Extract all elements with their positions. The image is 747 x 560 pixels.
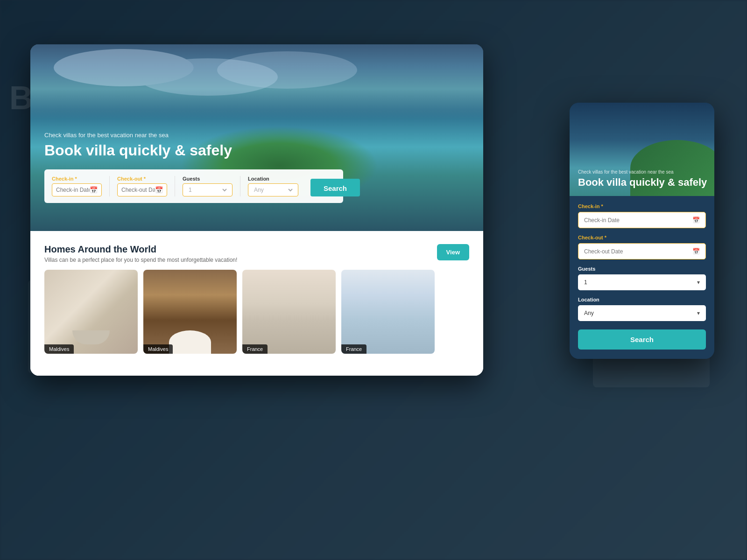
property-card[interactable]: France <box>341 270 435 354</box>
section-subtitle: Villas can be a perfect place for you to… <box>44 257 237 263</box>
mobile-checkin-input[interactable] <box>584 217 692 224</box>
property-card[interactable]: Maldives <box>143 270 237 354</box>
hero-content: Check villas for the best vacation near … <box>44 132 343 203</box>
section-title: Homes Around the World <box>44 244 237 255</box>
mobile-tagline: Check villas for the best vacation near … <box>578 169 707 175</box>
guests-select[interactable]: 1 2 3 4+ <box>187 186 228 194</box>
mobile-checkout-input[interactable] <box>584 248 692 255</box>
guests-field: Guests 1 2 3 4+ <box>175 176 240 196</box>
property-image-outdoor <box>143 270 237 354</box>
checkin-field: Check-in * 📅 <box>44 176 110 196</box>
property-location-label: France <box>242 344 268 354</box>
chevron-down-icon: ▾ <box>697 279 700 286</box>
property-card[interactable]: France <box>242 270 336 354</box>
hero-title: Book villa quickly & safely <box>44 141 343 159</box>
mobile-location-wrap[interactable]: Any Maldives France Trance ▾ <box>578 305 706 321</box>
property-image-living <box>242 270 336 354</box>
mobile-checkin-wrap[interactable]: 📅 <box>578 212 706 228</box>
mobile-form: Check-in * 📅 Check-out * 📅 Guests 1 <box>570 196 714 359</box>
mobile-checkout-label: Check-out * <box>578 235 706 240</box>
property-grid: Maldives Maldives France France <box>44 270 469 354</box>
mobile-guests-select[interactable]: 1 2 3 4+ <box>584 279 697 286</box>
checkin-input[interactable] <box>56 187 90 193</box>
guests-label: Guests <box>183 176 233 182</box>
checkin-label: Check-in * <box>52 176 102 182</box>
mobile-calendar-icon: 📅 <box>692 217 700 224</box>
hero-tagline: Check villas for the best vacation near … <box>44 132 343 139</box>
property-location-label: Maldives <box>143 344 173 354</box>
browser-window: Check villas for the best vacation near … <box>30 44 483 376</box>
hero-section: Check villas for the best vacation near … <box>30 44 483 231</box>
checkout-input[interactable] <box>121 187 155 193</box>
property-location-label: France <box>341 344 366 354</box>
mobile-title: Book villa quickly & safely <box>578 176 707 189</box>
search-button-hero[interactable]: Search <box>310 179 360 196</box>
mobile-location-select[interactable]: Any Maldives France Trance <box>584 310 697 316</box>
section-info: Homes Around the World Villas can be a p… <box>44 244 237 263</box>
mobile-calendar-icon-2: 📅 <box>692 248 700 255</box>
property-card[interactable]: Maldives <box>44 270 138 354</box>
guests-select-wrap[interactable]: 1 2 3 4+ <box>183 183 233 196</box>
checkout-label: Check-out * <box>117 176 167 182</box>
mobile-guests-label: Guests <box>578 266 706 272</box>
mobile-location-group: Location Any Maldives France Trance ▾ <box>578 297 706 321</box>
checkout-field: Check-out * 📅 <box>110 176 175 196</box>
mobile-guests-wrap[interactable]: 1 2 3 4+ ▾ <box>578 274 706 290</box>
mobile-hero-section: Check villas for the best vacation near … <box>570 103 714 196</box>
checkout-input-wrap[interactable]: 📅 <box>117 183 167 196</box>
chevron-down-icon-2: ▾ <box>697 310 700 316</box>
mobile-checkout-wrap[interactable]: 📅 <box>578 243 706 259</box>
property-location-label: Maldives <box>44 344 74 354</box>
view-all-button[interactable]: View <box>437 244 469 260</box>
mobile-checkin-label: Check-in * <box>578 203 706 209</box>
mobile-checkout-group: Check-out * 📅 <box>578 235 706 259</box>
checkin-input-wrap[interactable]: 📅 <box>52 183 102 196</box>
mobile-checkin-group: Check-in * 📅 <box>578 203 706 228</box>
mobile-guests-group: Guests 1 2 3 4+ ▾ <box>578 266 706 290</box>
location-label: Location <box>248 176 298 182</box>
calendar-icon-2: 📅 <box>155 186 163 194</box>
property-image-bathroom <box>44 270 138 354</box>
property-image-bedroom <box>341 270 435 354</box>
location-select[interactable]: Any Maldives France Trance <box>252 186 294 194</box>
bottom-section: Homes Around the World Villas can be a p… <box>30 231 483 376</box>
search-bar: Check-in * 📅 Check-out * 📅 <box>44 169 343 203</box>
location-select-wrap[interactable]: Any Maldives France Trance <box>248 183 298 196</box>
calendar-icon: 📅 <box>90 186 98 194</box>
mobile-hero-content: Check villas for the best vacation near … <box>578 169 707 189</box>
mobile-card: Check villas for the best vacation near … <box>570 103 714 359</box>
mobile-search-button[interactable]: Search <box>578 329 706 350</box>
location-field: Location Any Maldives France Trance <box>240 176 306 196</box>
mobile-location-label: Location <box>578 297 706 302</box>
section-header: Homes Around the World Villas can be a p… <box>44 244 469 263</box>
